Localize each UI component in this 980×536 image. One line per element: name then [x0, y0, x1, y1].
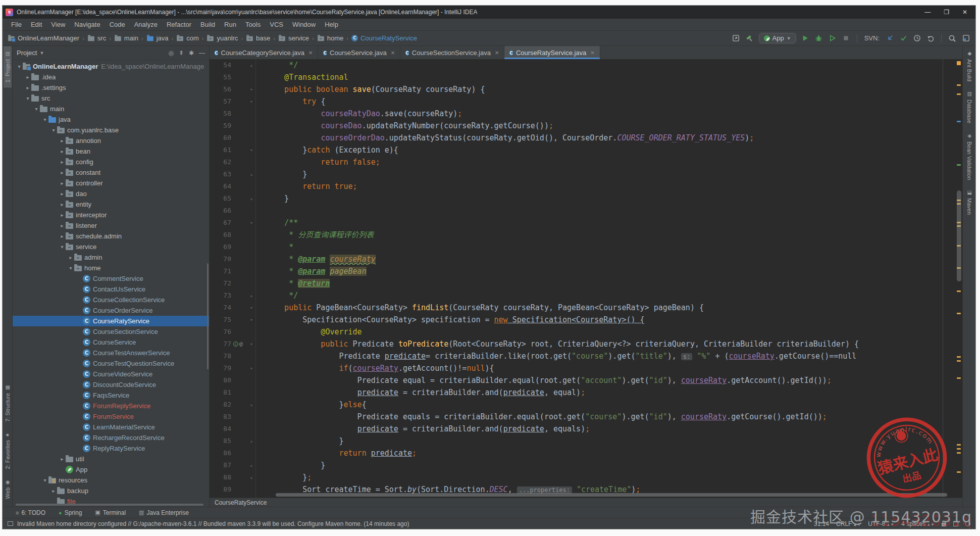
gutter[interactable]: 54▵: [210, 59, 256, 71]
tree-item-schedule-admin[interactable]: ▸schedule.admin: [13, 231, 209, 241]
svn-commit-button[interactable]: [899, 34, 908, 43]
tree-collapsed-arrow-icon[interactable]: ▸: [59, 233, 66, 239]
breadcrumb-item-home[interactable]: home: [317, 34, 344, 42]
tree-item-src[interactable]: ▾src: [13, 93, 209, 104]
fold-collapse-icon[interactable]: ▿: [247, 338, 255, 350]
code-line-67[interactable]: 67▿ /**: [210, 217, 955, 229]
gutter[interactable]: 57▿: [210, 95, 256, 108]
tree-item-java[interactable]: ▾java: [13, 114, 209, 125]
gutter[interactable]: 85▵: [210, 435, 256, 447]
fold-end-icon[interactable]: ▵: [247, 59, 255, 71]
fold-collapse-icon[interactable]: ▿: [247, 314, 255, 326]
stop-button[interactable]: [842, 34, 851, 43]
code-line-74[interactable]: 74▿ public PageBean<CourseRaty> findList…: [210, 302, 955, 314]
menu-item-analyze[interactable]: Analyze: [130, 19, 162, 30]
error-stripe-mark[interactable]: [957, 356, 961, 358]
tree-item-forumreplyservice[interactable]: CForumReplyService: [13, 401, 209, 411]
tree-collapsed-arrow-icon[interactable]: ▸: [59, 223, 66, 228]
tree-item-app[interactable]: App: [13, 464, 209, 475]
breadcrumb-item-base[interactable]: base: [246, 34, 270, 42]
tree-collapsed-arrow-icon[interactable]: ▸: [59, 170, 66, 175]
code-line-60[interactable]: 60 courseOrderDao.updateRatyStatus(cours…: [210, 132, 955, 144]
tree-item-com-yuanlrc-base[interactable]: ▾com.yuanlrc.base: [13, 125, 209, 135]
gutter[interactable]: 90: [210, 496, 256, 498]
code-line-76[interactable]: 76 @Override: [210, 326, 955, 338]
breadcrumb-item-src[interactable]: src: [87, 34, 106, 42]
locate-file-icon[interactable]: ◎: [168, 50, 173, 57]
gutter[interactable]: 84: [210, 423, 256, 435]
code-line-73[interactable]: 73▵ */: [210, 289, 955, 302]
chevron-down-icon[interactable]: ▼: [39, 51, 44, 56]
code-line-57[interactable]: 57▿ try {: [210, 95, 955, 108]
project-panel-title[interactable]: Project: [17, 49, 37, 57]
gutter[interactable]: 88▵: [210, 471, 256, 483]
tool-windows-icon[interactable]: [961, 34, 970, 43]
code-line-88[interactable]: 88▵ };: [210, 471, 955, 483]
gutter[interactable]: 71: [210, 265, 256, 277]
gutter[interactable]: 61▿: [210, 144, 256, 156]
tool-window-button-6-todo[interactable]: ≡6: TODO: [16, 509, 45, 516]
code-line-62[interactable]: 62 return false;: [210, 156, 955, 168]
tree-collapsed-arrow-icon[interactable]: ▸: [24, 85, 31, 90]
debug-button[interactable]: [814, 34, 823, 43]
tab-close-icon[interactable]: ✕: [391, 50, 395, 56]
tree-collapsed-arrow-icon[interactable]: ▸: [59, 456, 66, 462]
code-line-68[interactable]: 68 * 分页查询课程评价列表: [210, 229, 955, 241]
tree-item-replyratyservice[interactable]: CReplyRatyService: [13, 443, 209, 454]
gutter[interactable]: 66: [210, 205, 256, 217]
tree-item-admin[interactable]: ▸admin: [13, 252, 209, 263]
breadcrumb-item-service[interactable]: service: [278, 34, 309, 42]
tree-collapsed-arrow-icon[interactable]: ▸: [59, 159, 66, 165]
error-stripe-mark[interactable]: [957, 290, 961, 292]
code-line-63[interactable]: 63▵ }: [210, 168, 955, 180]
tree-collapsed-arrow-icon[interactable]: ▸: [59, 149, 66, 154]
gutter[interactable]: 73▵: [210, 289, 256, 302]
gutter[interactable]: 56▿: [210, 83, 256, 95]
stripe-button-2-favorites[interactable]: 2: Favorites★: [4, 427, 12, 474]
tree-item-controller[interactable]: ▸controller: [13, 178, 209, 188]
editor-breadcrumb-item[interactable]: CourseRatyService: [215, 499, 267, 506]
breadcrumb-item-main[interactable]: main: [114, 34, 138, 42]
error-stripe-mark[interactable]: [957, 360, 961, 362]
gutter[interactable]: 79▿: [210, 362, 256, 374]
tree-item--settings[interactable]: ▸.settings: [13, 82, 209, 93]
tree-item-main[interactable]: ▾main: [13, 104, 209, 114]
code-line-71[interactable]: 71 * @param pageBean: [210, 265, 955, 277]
tree-item-listener[interactable]: ▸listener: [13, 220, 209, 231]
editor-tab-courseservice-java[interactable]: CCourseService.java✕: [318, 46, 400, 59]
tree-item-coursesectionservice[interactable]: CCourseSectionService: [13, 326, 209, 337]
tree-collapsed-arrow-icon[interactable]: ▸: [59, 180, 66, 186]
panel-settings-gear-icon[interactable]: ✱: [189, 50, 194, 57]
tree-item-faqsservice[interactable]: CFaqsService: [13, 390, 209, 401]
tree-item-dao[interactable]: ▸dao: [13, 188, 209, 199]
gutter[interactable]: 77↑@▿: [210, 338, 256, 350]
gutter[interactable]: 87▵: [210, 459, 256, 471]
tool-window-button-spring[interactable]: ●Spring: [59, 509, 82, 516]
code-line-64[interactable]: 64 return true;: [210, 180, 955, 192]
tree-item-coursetestquestionservice[interactable]: CCourseTestQuestionService: [13, 358, 209, 369]
gutter[interactable]: 72: [210, 277, 256, 289]
gutter[interactable]: 69: [210, 241, 256, 253]
gutter[interactable]: 64: [210, 180, 256, 192]
code-line-65[interactable]: 65▵ }: [210, 192, 955, 205]
tree-item-courseratyservice[interactable]: CCourseRatyService: [13, 316, 209, 326]
tree-vertical-scrollbar[interactable]: [207, 263, 209, 369]
menu-item-refactor[interactable]: Refactor: [162, 19, 196, 30]
menu-item-help[interactable]: Help: [320, 19, 343, 30]
stripe-button-maven[interactable]: ◧Maven: [965, 185, 973, 220]
code-line-85[interactable]: 85▵ }: [210, 435, 955, 447]
editor-tab-coursecategoryservice-java[interactable]: CCourseCategoryService.java✕: [210, 46, 318, 59]
code-line-54[interactable]: 54▵ */: [210, 59, 955, 71]
code-line-81[interactable]: 81 predicate = criteriaBuilder.and(predi…: [210, 386, 955, 399]
tree-item-discountcodeservice[interactable]: CDiscountCodeService: [13, 379, 209, 390]
tree-item-resources[interactable]: ▾resources: [13, 475, 209, 485]
tree-item-contactusservice[interactable]: CContactUsService: [13, 284, 209, 295]
fold-collapse-icon[interactable]: ▿: [247, 362, 255, 374]
breadcrumb-item-com[interactable]: com: [176, 34, 199, 42]
search-everywhere-icon[interactable]: [948, 34, 957, 43]
tree-horizontal-scrollbar[interactable]: [16, 504, 203, 506]
tree-collapsed-arrow-icon[interactable]: ▸: [59, 212, 66, 218]
toggle-tool-windows-icon[interactable]: [8, 521, 13, 526]
breadcrumb-item-onlinelearnmanager[interactable]: OnlineLearnManager: [8, 34, 79, 42]
gutter[interactable]: 83: [210, 411, 256, 423]
